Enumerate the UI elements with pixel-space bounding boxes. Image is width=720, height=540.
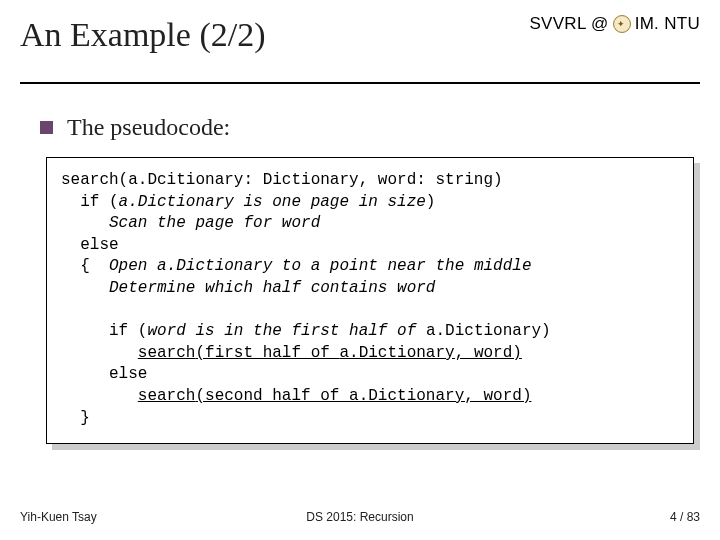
- code-line: { Open a.Dictionary to a point near the …: [61, 256, 679, 278]
- code-token: if (: [61, 322, 147, 340]
- code-token: a.Dictionary): [426, 322, 551, 340]
- code-line: search(a.Dcitionary: Dictionary, word: s…: [61, 170, 679, 192]
- bullet-item: The pseudocode:: [40, 114, 700, 141]
- square-bullet-icon: [40, 121, 53, 134]
- code-line: else: [61, 364, 679, 386]
- code-line: if (a.Dictionary is one page in size): [61, 192, 679, 214]
- brand-left: SVVRL @: [529, 14, 608, 34]
- code-line: if (word is in the first half of a.Dicti…: [61, 321, 679, 343]
- code-token: (first half of: [195, 344, 339, 362]
- code-token: search: [138, 344, 196, 362]
- code-token: ): [426, 193, 436, 211]
- code-line: Scan the page for word: [61, 213, 679, 235]
- bullet-text: The pseudocode:: [67, 114, 230, 141]
- slide-footer: Yih-Kuen Tsay DS 2015: Recursion 4 / 83: [20, 510, 700, 524]
- code-line: Determine which half contains word: [61, 278, 679, 300]
- footer-course: DS 2015: Recursion: [20, 510, 700, 524]
- code-token: a.Dictionary, word): [349, 387, 531, 405]
- code-token: [61, 344, 138, 362]
- code-token: search: [61, 171, 119, 189]
- code-content: search(a.Dcitionary: Dictionary, word: s…: [46, 157, 694, 444]
- code-token: search: [138, 387, 196, 405]
- brand-right: IM. NTU: [635, 14, 700, 34]
- code-token: word is in the first half of: [147, 322, 425, 340]
- code-blank: [61, 300, 679, 322]
- slide-header: An Example (2/2) SVVRL @ ✦ IM. NTU: [20, 10, 700, 88]
- slide-body: The pseudocode: search(a.Dcitionary: Dic…: [20, 114, 700, 444]
- code-token: [61, 387, 138, 405]
- code-token: if (: [61, 193, 119, 211]
- code-token: Open a.Dictionary to a point near the mi…: [109, 257, 531, 275]
- code-token: {: [61, 257, 109, 275]
- code-line: search(first half of a.Dictionary, word): [61, 343, 679, 365]
- code-token: (a.Dcitionary: Dictionary, word: string): [119, 171, 503, 189]
- title-underline: [20, 82, 700, 84]
- code-line: else: [61, 235, 679, 257]
- code-box: search(a.Dcitionary: Dictionary, word: s…: [46, 157, 694, 444]
- code-line: }: [61, 408, 679, 430]
- slide-title: An Example (2/2): [20, 16, 529, 54]
- slide: An Example (2/2) SVVRL @ ✦ IM. NTU The p…: [0, 0, 720, 540]
- code-token: (second half of: [195, 387, 349, 405]
- code-token: a.Dictionary is one page in size: [119, 193, 426, 211]
- university-seal-icon: ✦: [613, 15, 631, 33]
- brand-block: SVVRL @ ✦ IM. NTU: [529, 14, 700, 34]
- code-line: search(second half of a.Dictionary, word…: [61, 386, 679, 408]
- code-token: a.Dictionary, word): [339, 344, 521, 362]
